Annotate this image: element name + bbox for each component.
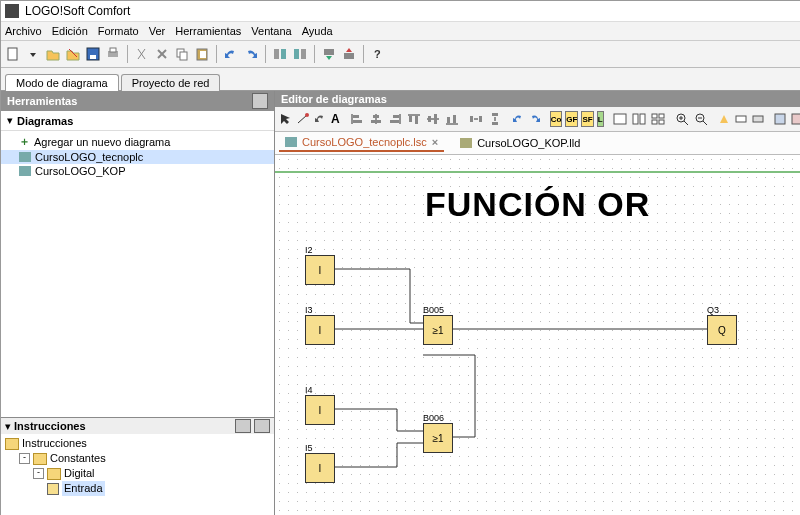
undo-icon[interactable] xyxy=(223,46,239,62)
mini2-icon[interactable] xyxy=(790,110,800,128)
menu-archivo[interactable]: Archivo xyxy=(5,25,42,37)
block-b006[interactable]: ≥1 xyxy=(423,423,453,453)
svg-marker-1 xyxy=(30,53,36,57)
new-icon[interactable] xyxy=(5,46,21,62)
connect-icon[interactable] xyxy=(296,110,310,128)
transfer-up-icon[interactable] xyxy=(341,46,357,62)
file-tab-kop[interactable]: CursoLOGO_KOP.lld xyxy=(454,135,586,151)
page-2h-icon[interactable] xyxy=(631,110,647,128)
transfer-down-icon[interactable] xyxy=(321,46,337,62)
collapse-icon[interactable]: - xyxy=(33,468,44,479)
panel-control-icon[interactable] xyxy=(254,419,270,433)
menu-ver[interactable]: Ver xyxy=(149,25,166,37)
redo-icon[interactable] xyxy=(243,46,259,62)
close-file-icon[interactable] xyxy=(65,46,81,62)
tag1-icon[interactable] xyxy=(734,110,748,128)
block-i2[interactable]: I xyxy=(305,255,335,285)
add-new-diagram[interactable]: ＋ Agregar un nuevo diagrama xyxy=(1,133,274,150)
cursor-icon[interactable] xyxy=(279,110,293,128)
undo3-icon[interactable] xyxy=(511,110,525,128)
text-icon[interactable]: A xyxy=(330,110,341,128)
zoom-in-icon[interactable] xyxy=(674,110,690,128)
menu-ventana[interactable]: Ventana xyxy=(251,25,291,37)
collapse-icon[interactable]: - xyxy=(19,453,30,464)
delete-icon[interactable] xyxy=(154,46,170,62)
paste-icon[interactable] xyxy=(194,46,210,62)
file-icon xyxy=(285,137,297,147)
tab-proyecto-red[interactable]: Proyecto de red xyxy=(121,74,221,91)
dist-h-icon[interactable] xyxy=(468,110,484,128)
svg-rect-68 xyxy=(775,114,785,124)
svg-rect-46 xyxy=(479,116,482,122)
align1-icon[interactable] xyxy=(272,46,288,62)
chevron-down-icon[interactable]: ▾ xyxy=(7,114,13,127)
svg-rect-57 xyxy=(659,120,664,124)
align-right-icon[interactable] xyxy=(387,110,403,128)
tag2-icon[interactable] xyxy=(751,110,765,128)
panel-control-icon[interactable] xyxy=(235,419,251,433)
svg-rect-52 xyxy=(633,114,638,124)
diagrams-label: Diagramas xyxy=(17,115,73,127)
dist-v-icon[interactable] xyxy=(487,110,503,128)
page-4-icon[interactable] xyxy=(650,110,666,128)
diagram-item-kop[interactable]: CursoLOGO_KOP xyxy=(1,164,274,178)
print-icon[interactable] xyxy=(105,46,121,62)
undo2-icon[interactable] xyxy=(313,110,327,128)
align2-icon[interactable] xyxy=(292,46,308,62)
cut-icon[interactable] xyxy=(134,46,150,62)
diagram-icon xyxy=(19,166,31,176)
diagram-item-tecnoplc[interactable]: CursoLOGO_tecnoplc xyxy=(1,150,274,164)
zoom-out-icon[interactable] xyxy=(693,110,709,128)
save-icon[interactable] xyxy=(85,46,101,62)
block-i3[interactable]: I xyxy=(305,315,335,345)
svg-rect-56 xyxy=(652,120,657,124)
block-q3[interactable]: Q xyxy=(707,315,737,345)
block-i5[interactable]: I xyxy=(305,453,335,483)
chevron-down-icon[interactable]: ▾ xyxy=(5,420,11,432)
svg-rect-15 xyxy=(274,49,279,59)
align-bottom-icon[interactable] xyxy=(444,110,460,128)
align-middle-icon[interactable] xyxy=(425,110,441,128)
tree-digital[interactable]: -Digital xyxy=(5,466,270,481)
add-icon: ＋ xyxy=(19,134,30,149)
panel-control-icon[interactable] xyxy=(252,93,268,109)
help-icon[interactable]: ? xyxy=(370,46,386,62)
box-gf[interactable]: GF xyxy=(565,111,578,127)
svg-rect-49 xyxy=(492,122,498,125)
box-l[interactable]: L xyxy=(597,111,604,127)
mini1-icon[interactable] xyxy=(773,110,787,128)
block-label: Q3 xyxy=(707,305,719,315)
menu-formato[interactable]: Formato xyxy=(98,25,139,37)
new-dropdown-icon[interactable] xyxy=(25,46,41,62)
redo3-icon[interactable] xyxy=(528,110,542,128)
close-tab-icon[interactable]: × xyxy=(432,136,438,148)
block-i4[interactable]: I xyxy=(305,395,335,425)
svg-rect-28 xyxy=(353,115,359,118)
menu-herramientas[interactable]: Herramientas xyxy=(175,25,241,37)
block-label: I3 xyxy=(305,305,313,315)
align-top-icon[interactable] xyxy=(406,110,422,128)
tree-entrada[interactable]: Entrada xyxy=(5,481,270,496)
menu-ayuda[interactable]: Ayuda xyxy=(302,25,333,37)
left-panel: Herramientas ▾ Diagramas ＋ Agregar un nu… xyxy=(1,91,275,515)
svg-rect-69 xyxy=(792,114,800,124)
app-window: LOGO!Soft Comfort Archivo Edición Format… xyxy=(0,0,800,515)
separator xyxy=(363,45,364,63)
box-sf[interactable]: SF xyxy=(581,111,593,127)
box-co[interactable]: Co xyxy=(550,111,563,127)
page-1-icon[interactable] xyxy=(612,110,628,128)
menu-edicion[interactable]: Edición xyxy=(52,25,88,37)
open-icon[interactable] xyxy=(45,46,61,62)
diagram-canvas[interactable]: FUNCIÓN OR I2 I I3 I I4 I xyxy=(275,155,800,515)
align-left-icon[interactable] xyxy=(349,110,365,128)
svg-line-59 xyxy=(684,121,688,125)
copy-icon[interactable] xyxy=(174,46,190,62)
block-b005[interactable]: ≥1 xyxy=(423,315,453,345)
file-tab-tecnoplc[interactable]: CursoLOGO_tecnoplc.lsc × xyxy=(279,134,444,152)
highlight-icon[interactable] xyxy=(717,110,731,128)
svg-rect-43 xyxy=(447,117,450,123)
align-center-h-icon[interactable] xyxy=(368,110,384,128)
tab-modo-diagrama[interactable]: Modo de diagrama xyxy=(5,74,119,91)
tree-constantes[interactable]: -Constantes xyxy=(5,451,270,466)
tree-root[interactable]: Instrucciones xyxy=(5,436,270,451)
